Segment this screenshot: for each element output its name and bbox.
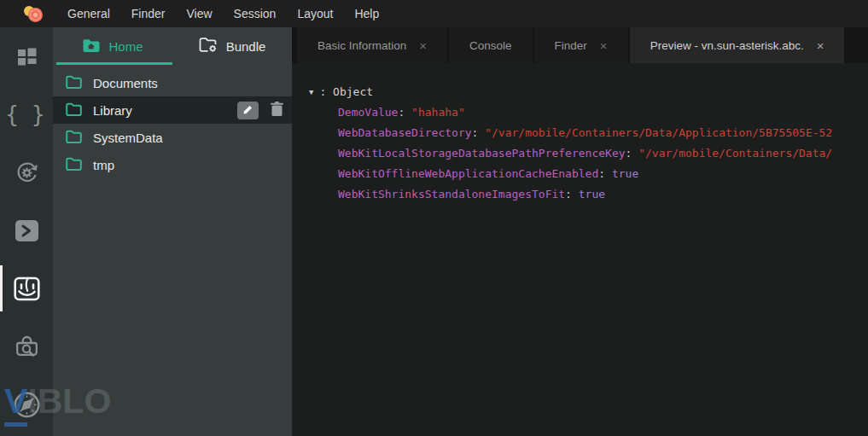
folder-row-systemdata[interactable]: SystemData	[53, 124, 292, 151]
menu-item-session[interactable]: Session	[233, 7, 277, 20]
file-panel-tabs: HomeBundle	[53, 27, 292, 65]
terminal-icon	[15, 219, 39, 242]
main-tab-console[interactable]: Console	[449, 27, 533, 63]
main-tab-bar: Basic Information×ConsoleFinder×Preview …	[292, 27, 868, 63]
entry-colon: :	[398, 106, 411, 119]
sidebar-item-terminal[interactable]	[0, 201, 53, 259]
object-entry-webkitofflinewebapplicationcacheenabled: WebKitOfflineWebApplicationCacheEnabled:…	[309, 164, 868, 184]
compass-icon	[12, 390, 42, 420]
tab-label: Home	[108, 39, 143, 54]
folder-row-documents[interactable]: Documents	[53, 69, 292, 96]
folder-icon	[66, 102, 82, 119]
tab-label: Finder	[555, 39, 587, 52]
sidebar-item-finder[interactable]	[0, 259, 53, 317]
dashboard-icon	[16, 46, 38, 67]
braces-icon: { }	[5, 103, 48, 125]
tab-close-icon[interactable]: ×	[817, 39, 824, 52]
rename-folder-button[interactable]	[237, 102, 259, 119]
app-logo-grapefruit-icon	[23, 4, 45, 23]
entry-key: WebKitLocalStorageDatabasePathPreference…	[338, 147, 626, 160]
folder-name: SystemData	[93, 131, 163, 145]
entry-colon: :	[565, 188, 579, 201]
tab-label: Bundle	[226, 39, 266, 54]
main-tab-preview-vn-sun-asterisk-abc[interactable]: Preview - vn.sun-asterisk.abc.×	[630, 27, 845, 63]
file-panel: HomeBundle DocumentsLibrarySystemDatatmp	[53, 27, 292, 436]
folder-name: tmp	[93, 158, 114, 172]
entry-value: true	[579, 188, 605, 201]
entry-colon: :	[598, 167, 612, 180]
entry-key: WebKitOfflineWebApplicationCacheEnabled	[338, 167, 598, 180]
delete-folder-button[interactable]	[271, 102, 283, 119]
menu-item-layout[interactable]: Layout	[296, 7, 334, 20]
entry-colon: :	[626, 147, 639, 160]
object-entry-demovalue: DemoValue: "hahaha"	[309, 102, 868, 123]
trash-icon	[271, 104, 283, 119]
menu-item-general[interactable]: General	[67, 7, 111, 20]
menu-item-finder[interactable]: Finder	[131, 7, 166, 20]
folder-row-library[interactable]: Library	[53, 96, 292, 124]
folder-icon	[66, 157, 82, 173]
tab-label: Basic Information	[317, 39, 406, 52]
menu-item-help[interactable]: Help	[353, 7, 380, 20]
folder-icon	[66, 130, 82, 146]
menu-bar: GeneralFinderViewSessionLayoutHelp	[0, 0, 868, 27]
entry-colon: :	[472, 126, 486, 139]
main-tab-basic-information[interactable]: Basic Information×	[297, 27, 447, 63]
folder-row-actions	[237, 102, 283, 119]
entry-key: DemoValue	[338, 106, 398, 119]
search-bag-icon	[15, 334, 39, 359]
entry-key: WebDatabaseDirectory	[338, 126, 472, 139]
folder-icon	[66, 75, 82, 91]
folder-name: Library	[93, 103, 132, 118]
tab-label: Preview - vn.sun-asterisk.abc.	[650, 39, 804, 52]
object-entry-webkitlocalstoragedatabasepathpreferencekey: WebKitLocalStorageDatabasePathPreference…	[309, 143, 868, 164]
home-folder-icon	[82, 38, 100, 55]
preview-content: ▼: Object DemoValue: "hahaha"WebDatabase…	[292, 63, 868, 436]
object-entries: DemoValue: "hahaha"WebDatabaseDirectory:…	[309, 102, 868, 205]
folder-row-tmp[interactable]: tmp	[53, 151, 292, 178]
sidebar: { }	[0, 27, 53, 436]
sidebar-item-dashboard[interactable]	[0, 27, 53, 85]
sidebar-item-braces[interactable]: { }	[0, 85, 53, 143]
sidebar-item-sync-gear[interactable]	[0, 143, 53, 201]
main-tab-finder[interactable]: Finder×	[534, 27, 628, 63]
folder-name: Documents	[93, 76, 158, 90]
file-panel-tab-home[interactable]: Home	[53, 27, 172, 65]
tab-close-icon[interactable]: ×	[600, 39, 608, 52]
tab-label: Console	[469, 39, 512, 52]
sidebar-item-search-bag[interactable]	[0, 317, 53, 375]
bundle-folder-icon	[199, 37, 218, 55]
entry-value: "hahaha"	[411, 106, 465, 119]
pencil-icon	[242, 103, 253, 118]
tab-close-icon[interactable]: ×	[419, 39, 427, 52]
disclosure-triangle-icon[interactable]: ▼	[309, 88, 313, 96]
finder-icon	[14, 276, 40, 301]
entry-value: true	[612, 167, 638, 180]
object-root-line: ▼: Object	[309, 82, 868, 102]
folder-list: DocumentsLibrarySystemDatatmp	[53, 65, 292, 178]
main-area: Basic Information×ConsoleFinder×Preview …	[292, 27, 868, 436]
sidebar-item-compass[interactable]	[0, 375, 53, 433]
object-entry-webdatabasedirectory: WebDatabaseDirectory: "/var/mobile/Conta…	[309, 123, 868, 143]
menu-item-view[interactable]: View	[186, 7, 213, 20]
menu-items: GeneralFinderViewSessionLayoutHelp	[67, 7, 380, 20]
entry-value: "/var/mobile/Containers/Data/Application…	[485, 126, 832, 139]
entry-key: WebKitShrinksStandaloneImagesToFit	[338, 188, 565, 201]
file-panel-tab-bundle[interactable]: Bundle	[172, 27, 292, 65]
object-root-label: : Object	[319, 85, 373, 98]
entry-value: "/var/mobile/Containers/Data/	[638, 147, 832, 160]
sync-gear-icon	[14, 160, 40, 186]
active-tab-underline	[56, 62, 172, 65]
object-entry-webkitshrinksstandaloneimagestofit: WebKitShrinksStandaloneImagesToFit: true	[309, 184, 868, 205]
